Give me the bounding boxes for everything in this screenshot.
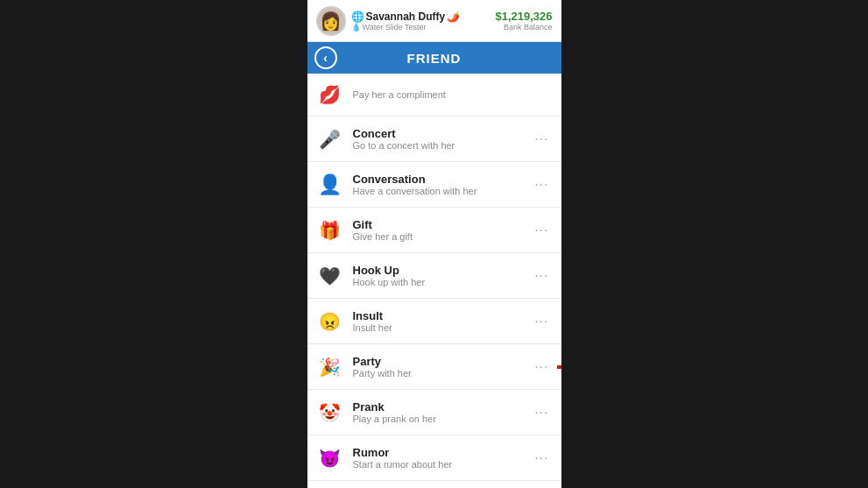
partial-top-item[interactable]: 💋 Pay her a compliment — [307, 74, 561, 117]
action-item-party[interactable]: 🎉 Party Party with her ··· — [307, 344, 561, 390]
prank-name: Prank — [353, 400, 532, 414]
partial-top-desc: Pay her a compliment — [353, 89, 446, 100]
rumor-icon: 😈 — [316, 444, 344, 472]
action-item-prank[interactable]: 🤡 Prank Play a prank on her ··· — [307, 390, 561, 435]
action-text-prank: Prank Play a prank on her — [353, 400, 532, 424]
prank-desc: Play a prank on her — [353, 414, 532, 424]
profile-name: 🌐 Savannah Duffy 🌶️ — [351, 11, 461, 23]
action-text-hookup: Hook Up Hook up with her — [353, 264, 532, 287]
friend-header: ‹ FRIEND — [307, 42, 561, 74]
gift-more[interactable]: ··· — [531, 223, 552, 238]
action-text-party: Party Party with her — [353, 355, 532, 378]
concert-icon: 🎤 — [316, 125, 344, 153]
back-button[interactable]: ‹ — [314, 46, 337, 69]
phone-screen: 👩 🌐 Savannah Duffy 🌶️ 💧 Water Slide Test… — [307, 0, 561, 488]
chili-icon: 🌶️ — [447, 11, 460, 23]
action-item-gift[interactable]: 🎁 Gift Give her a gift ··· — [307, 208, 561, 253]
hookup-more[interactable]: ··· — [531, 268, 552, 284]
balance-amount: $1,219,326 — [495, 10, 552, 23]
rumor-more[interactable]: ··· — [531, 450, 552, 466]
rumor-name: Rumor — [353, 446, 532, 459]
conversation-name: Conversation — [353, 173, 532, 186]
hookup-name: Hook Up — [353, 264, 532, 277]
right-panel — [561, 0, 869, 488]
concert-more[interactable]: ··· — [531, 131, 552, 147]
party-more[interactable]: ··· — [531, 359, 552, 375]
hookup-desc: Hook up with her — [353, 277, 532, 287]
concert-desc: Go to a concert with her — [353, 140, 532, 151]
action-text-insult: Insult Insult her — [353, 309, 532, 333]
rumor-desc: Start a rumor about her — [353, 459, 532, 470]
left-panel — [0, 0, 307, 488]
concert-name: Concert — [353, 127, 532, 140]
action-text-concert: Concert Go to a concert with her — [353, 127, 532, 151]
insult-name: Insult — [353, 309, 532, 322]
profile-icon: 🌐 — [351, 11, 364, 23]
partial-top-icon: 💋 — [316, 81, 344, 109]
gift-name: Gift — [353, 218, 532, 231]
red-arrow-indicator — [557, 350, 561, 385]
insult-icon: 😠 — [316, 308, 344, 336]
avatar: 👩 — [316, 6, 346, 36]
friend-title: FRIEND — [407, 51, 462, 66]
bank-balance: $1,219,326 Bank Balance — [495, 10, 552, 32]
gift-desc: Give her a gift — [353, 231, 532, 242]
action-item-concert[interactable]: 🎤 Concert Go to a concert with her ··· — [307, 117, 561, 162]
action-text-rumor: Rumor Start a rumor about her — [353, 446, 532, 470]
action-item-hookup[interactable]: 🖤 Hook Up Hook up with her ··· — [307, 253, 561, 299]
gift-icon: 🎁 — [316, 216, 344, 244]
conversation-desc: Have a conversation with her — [353, 186, 532, 196]
conversation-more[interactable]: ··· — [531, 177, 552, 193]
profile-bar: 👩 🌐 Savannah Duffy 🌶️ 💧 Water Slide Test… — [307, 0, 561, 42]
insult-more[interactable]: ··· — [531, 314, 552, 329]
hookup-icon: 🖤 — [316, 262, 344, 290]
action-item-conversation[interactable]: 👤 Conversation Have a conversation with … — [307, 162, 561, 208]
prank-more[interactable]: ··· — [531, 405, 552, 421]
partial-bottom-item[interactable]: ⏱️ Spend Time ··· — [307, 481, 561, 488]
action-item-insult[interactable]: 😠 Insult Insult her ··· — [307, 299, 561, 344]
prank-icon: 🤡 — [316, 399, 344, 427]
balance-label: Bank Balance — [495, 23, 552, 32]
action-list[interactable]: 💋 Pay her a compliment 🎤 Concert Go to a… — [307, 74, 561, 488]
party-name: Party — [353, 355, 532, 368]
party-desc: Party with her — [353, 368, 532, 378]
conversation-icon: 👤 — [316, 171, 344, 199]
profile-left: 👩 🌐 Savannah Duffy 🌶️ 💧 Water Slide Test… — [316, 6, 461, 36]
svg-marker-0 — [557, 351, 561, 383]
insult-desc: Insult her — [353, 322, 532, 333]
profile-info: 🌐 Savannah Duffy 🌶️ 💧 Water Slide Tester — [351, 11, 461, 32]
action-text-gift: Gift Give her a gift — [353, 218, 532, 242]
profile-title: 💧 Water Slide Tester — [351, 23, 461, 32]
drop-icon: 💧 — [351, 23, 361, 32]
action-item-rumor[interactable]: 😈 Rumor Start a rumor about her ··· — [307, 435, 561, 481]
party-icon: 🎉 — [316, 353, 344, 381]
action-text-conversation: Conversation Have a conversation with he… — [353, 173, 532, 196]
back-icon: ‹ — [323, 51, 328, 65]
